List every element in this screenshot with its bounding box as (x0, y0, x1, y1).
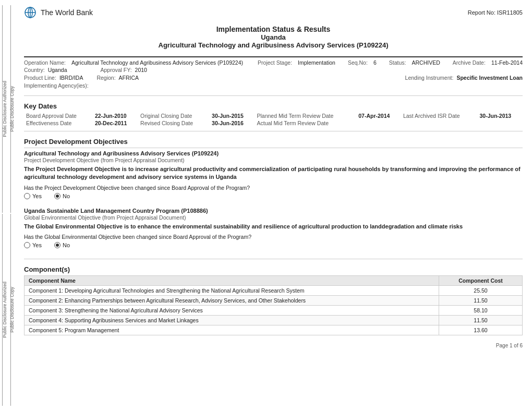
pdo-no-label: No (63, 193, 70, 199)
region-value: AFRICA (119, 75, 139, 81)
geo-yes-label: Yes (32, 242, 42, 248)
approval-fy-label: Approval FY: (100, 67, 131, 73)
actual-mid-term-value (356, 119, 401, 127)
logo-area: The World Bank (24, 6, 93, 19)
lending-value: Specific Investment Loan (456, 75, 523, 81)
title-line1: Implementation Status & Results (24, 25, 523, 33)
component-name: Component 3: Strengthening the National … (25, 306, 439, 316)
pdo-project-title: Agricultural Technology and Agribusiness… (24, 150, 523, 156)
header-divider (24, 56, 523, 57)
components-section: Component(s) Component Name Component Co… (24, 261, 523, 335)
op-status-value: ARCHIVED (412, 59, 440, 66)
geo-yes-circle[interactable] (24, 242, 30, 248)
key-dates-title: Key Dates (24, 102, 523, 110)
component-cost: 25.50 (439, 286, 523, 296)
geo-no-label: No (63, 242, 70, 248)
operation-info: Operation Name: Agricultural Technology … (24, 59, 523, 90)
component-cost: 58.10 (439, 306, 523, 316)
section-divider-3 (24, 259, 523, 259)
geo-question: Has the Global Environmental Objective b… (24, 234, 523, 240)
revised-closing-value: 30-Jun-2016 (210, 119, 255, 127)
product-line-value: IBRD/IDA (59, 75, 83, 81)
pdo-subtitle: Project Development Objective (from Proj… (24, 157, 523, 163)
component-cost: 11.50 (439, 316, 523, 325)
lending-label: Lending Instrument: (405, 75, 454, 81)
geo-no-circle[interactable] (54, 242, 61, 248)
table-row: Component 3: Strengthening the National … (25, 306, 523, 316)
component-name: Component 5: Program Management (25, 325, 439, 335)
original-closing-value: 30-Jun-2015 (210, 112, 255, 119)
region-label: Region: (96, 75, 115, 81)
page-header: The World Bank Report No: ISR11805 (24, 6, 523, 21)
col-cost-header: Component Cost (439, 276, 523, 286)
pdo-question: Has the Project Development Objective be… (24, 185, 523, 191)
product-line-label: Product Line: (24, 75, 56, 81)
actual-mid-term-label: Actual Mid Term Review Date (255, 119, 356, 127)
planned-mid-term-value: 07-Apr-2014 (356, 112, 401, 119)
key-dates-section: Key Dates Board Approval Date 22-Jun-201… (24, 98, 523, 129)
title-line2: Uganda (24, 33, 523, 41)
dates-table: Board Approval Date 22-Jun-2010 Original… (24, 112, 523, 127)
sidebar-bottom-label2: Public Disclosure Copy (9, 287, 15, 332)
components-title: Component(s) (24, 265, 523, 273)
report-no-value: ISR11805 (497, 9, 523, 16)
effectiveness-label: Effectiveness Date (24, 119, 93, 127)
last-archived-value: 30-Jun-2013 (478, 112, 523, 119)
table-row: Component 1: Developing Agricultural Tec… (25, 286, 523, 296)
geo-radio-yes[interactable]: Yes (24, 242, 42, 248)
revised-closing-label: Revised Closing Date (138, 119, 210, 127)
component-name: Component 2: Enhancing Partnerships betw… (25, 296, 439, 306)
op-name-label: Operation Name: (24, 59, 66, 66)
report-label: Report No: (468, 9, 495, 16)
title-line3: Agricultural Technology and Agribusiness… (24, 41, 523, 49)
op-status-label: Status: (389, 59, 406, 66)
col-name-header: Component Name (25, 276, 439, 286)
component-cost: 11.50 (439, 296, 523, 306)
pdo-section-title: Project Development Objectives (24, 138, 523, 146)
last-archived-label: Last Archived ISR Date (401, 112, 478, 119)
geo-radio-group: Yes No (24, 242, 523, 248)
table-row: Component 4: Supporting Agribusiness Ser… (25, 316, 523, 325)
pdo-section: Project Development Objectives Agricultu… (24, 134, 523, 203)
approval-fy-value: 2010 (135, 67, 147, 73)
geo-project-title: Uganda Sustainable Land Management Count… (24, 208, 523, 214)
title-block: Implementation Status & Results Uganda A… (24, 25, 523, 49)
op-archive-value: 11-Feb-2014 (491, 59, 523, 66)
board-approval-label: Board Approval Date (24, 112, 93, 119)
section-divider-2 (24, 131, 523, 131)
org-name: The World Bank (41, 8, 93, 17)
report-number: Report No: ISR11805 (468, 9, 523, 16)
sidebar-bottom-label1: Public Disclosure Authorized (2, 282, 7, 338)
implementing-label: Implementing Agency(ies): (24, 82, 89, 89)
table-row: Component 5: Program Management13.60 (25, 325, 523, 335)
pdo-yes-circle[interactable] (24, 193, 30, 199)
geo-radio-no[interactable]: No (54, 242, 70, 248)
component-cost: 13.60 (439, 325, 523, 335)
country-label: Country: (24, 67, 45, 73)
page-footer: Page 1 of 6 (24, 341, 523, 348)
components-table: Component Name Component Cost Component … (24, 275, 523, 335)
table-row: Component 2: Enhancing Partnerships betw… (25, 296, 523, 306)
sidebar-top-label1: Public Disclosure Authorized (2, 81, 7, 137)
component-name: Component 4: Supporting Agribusiness Ser… (25, 316, 439, 325)
pdo-radio-group: Yes No (24, 193, 523, 199)
sidebar-top-label2: Public Disclosure Copy (9, 86, 15, 131)
pdo-radio-yes[interactable]: Yes (24, 193, 42, 199)
board-approval-value: 22-Jun-2010 (93, 112, 138, 119)
page-text: Page 1 of 6 (496, 343, 523, 348)
effectiveness-value: 20-Dec-2011 (93, 119, 138, 127)
section-divider-1 (24, 95, 523, 96)
original-closing-label: Original Closing Date (138, 112, 210, 119)
globe-icon (24, 6, 37, 19)
op-seq-label: Seq.No: (348, 59, 368, 66)
geo-section: Uganda Sustainable Land Management Count… (24, 208, 523, 252)
op-stage-label: Project Stage: (258, 59, 292, 66)
pdo-no-circle[interactable] (54, 193, 61, 199)
op-stage-value: Implementation (298, 59, 335, 66)
pdo-radio-no[interactable]: No (54, 193, 70, 199)
country-value: Uganda (48, 67, 67, 73)
pdo-objective-text: The Project Development Objective is to … (24, 165, 523, 182)
component-name: Component 1: Developing Agricultural Tec… (25, 286, 439, 296)
pdo-yes-label: Yes (32, 193, 42, 199)
op-name-value: Agricultural Technology and Agribusiness… (71, 59, 243, 66)
